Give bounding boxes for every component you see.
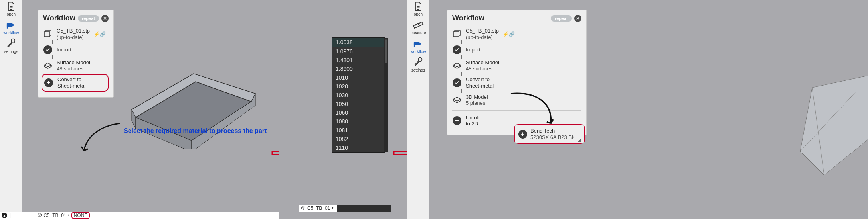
material-option[interactable]: 1.8900 <box>332 65 384 73</box>
workflow-title: Workflow <box>43 14 75 22</box>
material-option[interactable]: 1082 <box>332 135 384 143</box>
material-option-selected[interactable]: 1.0038 <box>332 38 384 47</box>
workflow-step-surface[interactable]: Surface Model 48 surfaces <box>452 57 581 74</box>
settings-button[interactable]: settings <box>2 39 21 54</box>
file-icon <box>6 2 17 11</box>
link-refresh-icons[interactable]: ⚡🔗 <box>94 31 106 37</box>
part-preview-3d[interactable] <box>796 76 868 175</box>
material-option[interactable]: 1080 <box>332 117 384 126</box>
material-option[interactable]: 1.4301 <box>332 56 384 65</box>
svg-rect-1 <box>44 32 50 37</box>
repeat-button[interactable]: repeat <box>78 15 99 22</box>
surface-title: Surface Model <box>57 59 90 66</box>
check-icon <box>453 78 461 87</box>
plus-icon <box>44 78 53 87</box>
svg-rect-8 <box>414 43 415 47</box>
status-material-slot[interactable] <box>337 205 391 212</box>
workflow-step-surface[interactable]: Surface Model 48 surfaces <box>43 57 109 74</box>
workflow-tab-button[interactable]: workflow <box>409 39 428 54</box>
file-name: C5_TB_01.stp <box>57 28 90 34</box>
surface-title: Surface Model <box>466 59 499 66</box>
measure-label: measure <box>411 31 426 35</box>
hammer-icon <box>413 39 424 49</box>
material-option[interactable]: 1.0976 <box>332 47 384 56</box>
annotation-arrow <box>507 90 559 129</box>
check-icon <box>453 45 461 54</box>
surface-sub: 48 surfaces <box>57 66 90 72</box>
status-bar: ▲ | C5_TB_01 • NONE <box>0 212 279 219</box>
workflow-step-file[interactable]: C5_TB_01.stp (up-to-date) ⚡🔗 <box>452 25 581 43</box>
material-option[interactable]: 1060 <box>332 108 384 117</box>
repeat-button[interactable]: repeat <box>551 15 572 22</box>
unfold-l2: to 2D <box>466 121 481 127</box>
model3d-title: 3D Model <box>466 94 488 100</box>
workflow-tab-button[interactable]: workflow <box>2 20 21 35</box>
convert-l2: Sheet-metal <box>466 83 494 89</box>
workflow-panel: Workflow repeat ✕ C5_TB_01.stp (up-to-da… <box>38 10 114 98</box>
material-option[interactable]: 1081 <box>332 126 384 135</box>
workflow-label: workflow <box>4 31 19 35</box>
material-option[interactable]: 1020 <box>332 82 384 91</box>
plus-icon <box>453 116 461 125</box>
open-label: open <box>414 12 423 16</box>
workflow-step-convert[interactable]: Convert to Sheet-metal <box>42 74 109 91</box>
close-icon[interactable]: ✕ <box>101 15 109 22</box>
branch-detail: 5230SX 6A B23 BN <box>530 134 574 141</box>
status-partname: C5_TB_01 <box>307 205 330 211</box>
expand-icon[interactable]: ▲ <box>2 213 7 218</box>
wrench-icon <box>6 39 17 49</box>
status-partname: C5_TB_01 <box>43 213 66 218</box>
workflow-label: workflow <box>411 49 426 54</box>
material-option[interactable]: 1050 <box>332 100 384 108</box>
unfold-l1: Unfold <box>466 115 481 121</box>
dropdown-scrollbar[interactable] <box>384 38 388 152</box>
import-label: Import <box>57 47 71 53</box>
link-refresh-icons[interactable]: ⚡🔗 <box>503 31 515 37</box>
wrench-icon <box>413 58 424 67</box>
settings-button[interactable]: settings <box>409 58 428 72</box>
part-preview-3d[interactable] <box>120 58 259 149</box>
open-label: open <box>7 12 16 16</box>
file-status: (up-to-date) <box>466 34 499 41</box>
svg-rect-9 <box>453 32 459 37</box>
convert-l2: Sheet-metal <box>57 83 85 89</box>
workflow-step-import[interactable]: Import <box>452 43 581 57</box>
workflow-step-import[interactable]: Import <box>43 43 109 57</box>
annotation-text: Select the required material to process … <box>124 127 267 135</box>
model-3d-icon <box>452 95 462 105</box>
convert-l1: Convert to <box>466 76 494 83</box>
left-toolbar: open measure workflow settings <box>407 0 429 219</box>
workflow-step-convert[interactable]: Convert to Sheet-metal <box>452 74 581 91</box>
surface-model-icon <box>43 61 53 70</box>
model3d-sub: 5 planes <box>466 100 488 106</box>
svg-marker-10 <box>800 76 868 175</box>
material-option[interactable]: 1030 <box>332 91 384 100</box>
annotation-arrow <box>80 119 124 155</box>
status-bar: C5_TB_01 • <box>299 205 391 212</box>
workflow-step-file[interactable]: C5_TB_01.stp (up-to-date) ⚡🔗 <box>43 25 109 43</box>
material-option[interactable]: 1010 <box>332 73 384 82</box>
file-status: (up-to-date) <box>57 34 90 41</box>
svg-rect-0 <box>7 25 8 28</box>
surface-sub: 48 surfaces <box>466 66 499 72</box>
material-dropdown[interactable]: 1.0038 1.0976 1.4301 1.8900 1010 1020 10… <box>332 37 385 153</box>
resize-icon <box>577 137 582 141</box>
part-file-icon <box>43 29 53 39</box>
left-toolbar: open workflow settings <box>0 0 22 219</box>
measure-button[interactable]: measure <box>409 20 428 35</box>
import-label: Import <box>466 47 480 53</box>
surface-model-icon <box>452 61 462 70</box>
settings-label: settings <box>411 68 425 72</box>
material-option[interactable]: 1110 <box>332 143 384 152</box>
part-file-icon <box>452 29 462 39</box>
workflow-title: Workflow <box>452 14 484 22</box>
convert-l1: Convert to <box>57 76 85 83</box>
file-name: C5_TB_01.stp <box>466 28 499 34</box>
status-material[interactable]: NONE <box>71 212 90 219</box>
open-button[interactable]: open <box>2 2 21 16</box>
open-button[interactable]: open <box>409 2 428 16</box>
plus-icon <box>518 130 527 139</box>
check-icon <box>43 45 52 54</box>
close-icon[interactable]: ✕ <box>574 15 581 22</box>
cube-icon <box>37 213 42 219</box>
